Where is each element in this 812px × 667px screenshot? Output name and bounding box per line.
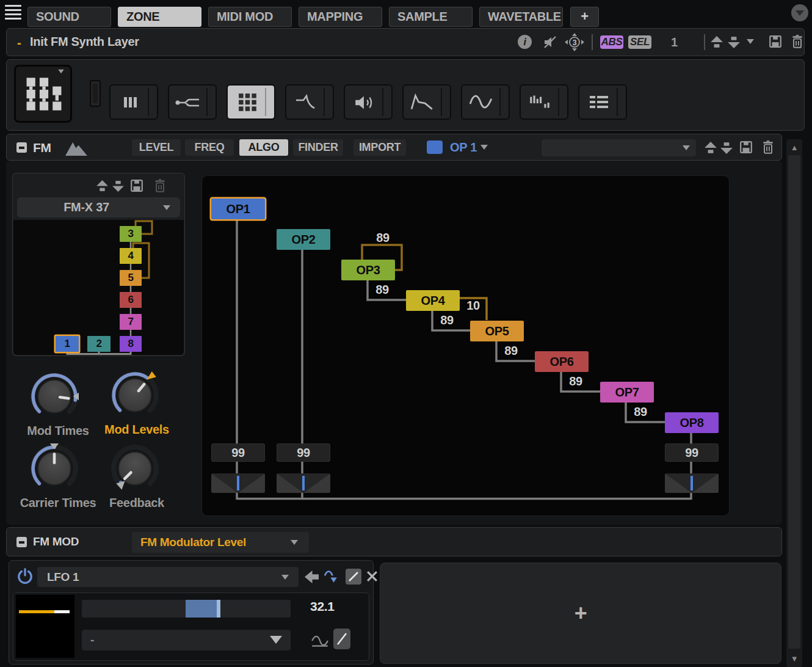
save-icon[interactable] [130, 179, 143, 192]
mod-times-knob[interactable] [29, 371, 79, 421]
op3-feedback-value[interactable]: 89 [369, 231, 396, 245]
prev-preset-icon[interactable] [96, 180, 109, 192]
zone-scrollbar[interactable]: ▲ ▼ [786, 139, 802, 667]
tab-sample[interactable]: SAMPLE [389, 7, 473, 27]
chevron-down-icon[interactable] [747, 39, 754, 44]
save-icon[interactable] [769, 35, 782, 48]
mini-op6[interactable]: 6 [120, 292, 142, 308]
mod-levels-knob[interactable] [110, 370, 160, 420]
mini-op8[interactable]: 8 [120, 336, 142, 352]
op1-level[interactable]: 99 [211, 443, 265, 462]
pitch-module-button[interactable] [168, 84, 217, 120]
fm-grid-module-button[interactable] [227, 84, 275, 120]
op5-node[interactable]: OP5 [470, 321, 524, 341]
move-up-icon[interactable] [704, 141, 717, 155]
op2-level[interactable]: 99 [277, 443, 330, 462]
tab-sound[interactable]: SOUND [27, 7, 111, 27]
mini-op7[interactable]: 7 [120, 314, 142, 330]
fm-tab-algo[interactable]: ALGO [239, 139, 288, 156]
move-up-icon[interactable] [710, 35, 723, 49]
mini-op5[interactable]: 5 [120, 270, 142, 286]
move-down-icon[interactable] [727, 35, 741, 49]
op6-op7-value[interactable]: 89 [562, 374, 589, 388]
lfo-shape-icon[interactable] [310, 633, 330, 648]
fm-tab-finder[interactable]: FINDER [293, 139, 343, 156]
op8-level[interactable]: 99 [665, 443, 719, 462]
tab-wavetable[interactable]: WAVETABLE [479, 7, 563, 27]
mod-sub-target-dropdown[interactable]: - [82, 630, 291, 651]
op4-node[interactable]: OP4 [406, 290, 460, 311]
mod-curve-icon[interactable] [333, 629, 350, 649]
collapse-fm-mod-button[interactable] [16, 537, 27, 547]
op5-op6-value[interactable]: 89 [498, 344, 524, 358]
power-icon[interactable] [16, 567, 34, 585]
lfo-module-button[interactable] [461, 84, 510, 120]
fm-tab-level[interactable]: LEVEL [132, 139, 181, 156]
op8-pan[interactable] [665, 473, 719, 493]
op-selector-label[interactable]: OP 1 [450, 140, 477, 155]
chevron-down-icon[interactable] [480, 145, 488, 150]
scroll-up-icon[interactable]: ▲ [786, 143, 802, 152]
mod-target-dropdown[interactable]: FM Modulator Level [132, 532, 309, 553]
trash-icon[interactable] [791, 34, 804, 49]
scrollbar-thumb[interactable] [788, 155, 800, 649]
op4-op5-feedback-value[interactable]: 10 [462, 299, 484, 313]
amp-module-button[interactable] [344, 84, 393, 120]
mod-amount-slider[interactable] [82, 600, 291, 618]
info-icon[interactable]: i [518, 35, 532, 49]
fm-tab-import[interactable]: IMPORT [353, 139, 406, 156]
mod-source-dropdown[interactable]: LFO 1 [37, 567, 299, 587]
envelope-module-button[interactable] [402, 84, 451, 120]
trash-icon[interactable] [761, 140, 775, 155]
mute-icon[interactable] [543, 35, 557, 49]
op8-node[interactable]: OP8 [665, 412, 719, 433]
sel-badge[interactable]: SEL [628, 35, 651, 49]
curve-icon[interactable] [346, 569, 361, 585]
step-mod-module-button[interactable] [520, 84, 568, 120]
tab-midi-mod[interactable]: MIDI MOD [208, 7, 292, 27]
close-icon[interactable] [366, 570, 378, 582]
feedback-knob[interactable] [110, 443, 160, 494]
keyboard-module-button[interactable] [109, 84, 158, 120]
op1-pan[interactable] [211, 473, 265, 493]
tab-zone[interactable]: ZONE [118, 7, 201, 27]
op4-op5-value[interactable]: 89 [433, 313, 460, 327]
module-handle-button[interactable] [90, 80, 101, 107]
tab-mapping[interactable]: MAPPING [299, 7, 382, 27]
op1-node[interactable]: OP1 [211, 199, 265, 219]
fm-preset-dropdown[interactable] [542, 139, 696, 156]
op3-op4-value[interactable]: 89 [369, 283, 396, 297]
next-preset-icon[interactable] [112, 180, 125, 192]
op2-pan[interactable] [277, 473, 330, 493]
nav-3-icon[interactable]: 3 [566, 34, 583, 51]
fm-tab-freq[interactable]: FREQ [185, 139, 234, 156]
mini-op4[interactable]: 4 [120, 248, 142, 264]
abs-badge[interactable]: ABS [600, 35, 623, 49]
mini-op3[interactable]: 3 [120, 226, 142, 242]
fm-module-button[interactable] [14, 65, 72, 123]
carrier-times-knob[interactable] [29, 443, 79, 494]
algorithm-preset-dropdown[interactable]: FM-X 37 [17, 197, 180, 217]
mini-op2[interactable]: 2 [87, 336, 111, 352]
hamburger-menu-icon[interactable] [5, 5, 21, 22]
move-down-icon[interactable] [720, 141, 733, 155]
op2-node[interactable]: OP2 [277, 229, 330, 250]
op6-node[interactable]: OP6 [535, 351, 589, 372]
matrix-list-module-button[interactable] [578, 84, 627, 120]
op7-node[interactable]: OP7 [600, 382, 654, 403]
trash-icon[interactable] [153, 178, 167, 193]
mini-op1[interactable]: 1 [56, 336, 79, 352]
mod-amount-value[interactable]: 32.1 [310, 599, 353, 614]
add-tab-button[interactable]: + [570, 7, 599, 27]
op3-node[interactable]: OP3 [341, 260, 395, 280]
filter-module-button[interactable] [285, 84, 334, 120]
op7-op8-value[interactable]: 89 [627, 405, 654, 419]
add-mod-slot-button[interactable]: + [380, 563, 781, 664]
save-icon[interactable] [739, 140, 753, 154]
op-color-swatch[interactable] [427, 140, 443, 154]
back-arrow-icon[interactable] [305, 570, 319, 583]
window-dropdown-button[interactable] [791, 4, 808, 21]
bipolar-icon[interactable] [323, 569, 342, 585]
collapse-fm-button[interactable] [16, 142, 27, 153]
scroll-down-icon[interactable]: ▼ [786, 654, 802, 663]
